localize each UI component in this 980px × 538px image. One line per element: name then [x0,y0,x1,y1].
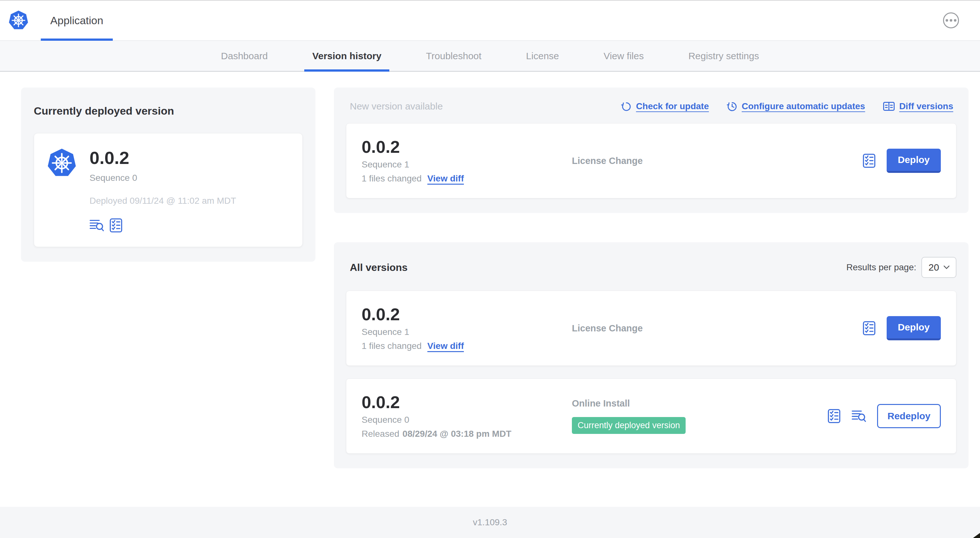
tab-troubleshoot[interactable]: Troubleshoot [418,41,489,71]
version-row: 0.0.2 Sequence 0 Released 08/29/24 @ 03:… [346,379,956,454]
redeploy-button[interactable]: Redeploy [877,404,941,428]
deploy-button[interactable]: Deploy [887,316,941,340]
tab-view-files[interactable]: View files [596,41,652,71]
version-number: 0.0.2 [362,305,572,324]
version-sequence: Sequence 1 [362,327,572,337]
configure-automatic-updates-link[interactable]: Configure automatic updates [727,101,865,112]
currently-deployed-title: Currently deployed version [34,105,303,117]
version-sequence: Sequence 0 [362,415,572,425]
secondary-nav: Dashboard Version history Troubleshoot L… [0,41,980,71]
app-header: Application [0,0,980,41]
released-label: Released [362,429,399,439]
kubernetes-logo-icon [8,10,29,30]
right-column: New version available Check for update [334,87,969,468]
files-changed-label: 1 files changed [362,173,422,184]
all-versions-title: All versions [350,262,407,273]
footer: v1.109.3 [0,507,980,538]
chevron-down-icon [944,265,950,269]
preflight-checks-icon[interactable] [862,154,876,168]
tab-registry-settings[interactable]: Registry settings [681,41,767,71]
files-changed-label: 1 files changed [362,341,422,351]
new-version-card: 0.0.2 Sequence 1 1 files changed View di… [346,123,956,198]
main-content: Currently deployed version [0,71,980,468]
version-number: 0.0.2 [362,393,572,411]
console-version: v1.109.3 [473,517,507,527]
version-source-label: License Change [572,156,862,166]
all-versions-panel: All versions Results per page: 20 [334,242,969,468]
released-date: 08/29/24 @ 03:18 pm MDT [402,429,511,439]
results-per-page-label: Results per page: [846,262,916,273]
check-for-update-link[interactable]: Check for update [621,101,709,112]
diff-versions-link[interactable]: Diff versions [883,101,953,112]
kubernetes-app-icon [47,148,77,178]
tab-dashboard[interactable]: Dashboard [213,41,276,71]
deployed-version-number: 0.0.2 [89,148,236,168]
preflight-checks-icon[interactable] [109,218,123,233]
version-source-label: Online Install [572,398,827,409]
logs-icon[interactable] [89,219,104,232]
tab-license[interactable]: License [518,41,567,71]
preflight-checks-icon[interactable] [862,321,876,335]
diff-icon [883,101,895,112]
version-number: 0.0.2 [362,138,572,156]
logs-icon[interactable] [852,409,866,423]
tab-version-history[interactable]: Version history [304,41,389,71]
deployed-timestamp: Deployed 09/11/24 @ 11:02 am MDT [89,196,236,206]
new-version-title: New version available [350,101,443,112]
cursor-artifact [973,533,980,538]
new-version-panel: New version available Check for update [334,87,969,213]
version-sequence: Sequence 1 [362,159,572,170]
view-diff-link[interactable]: View diff [427,173,464,184]
version-source-label: License Change [572,323,862,333]
currently-deployed-card: 0.0.2 Sequence 0 Deployed 09/11/24 @ 11:… [34,133,303,247]
preflight-checks-icon[interactable] [827,409,841,424]
refresh-icon [621,101,632,112]
ellipsis-icon [946,19,956,22]
application-tab[interactable]: Application [41,1,113,40]
active-tab-indicator [41,38,113,41]
results-per-page-select[interactable]: 20 [921,257,956,278]
currently-deployed-badge: Currently deployed version [572,417,686,434]
more-options-button[interactable] [943,13,959,29]
deploy-button[interactable]: Deploy [887,149,941,173]
deployed-sequence: Sequence 0 [89,173,236,183]
currently-deployed-panel: Currently deployed version [21,87,315,262]
version-row: 0.0.2 Sequence 1 1 files changed View di… [346,290,956,366]
view-diff-link[interactable]: View diff [427,341,464,351]
schedule-update-icon [727,101,738,112]
